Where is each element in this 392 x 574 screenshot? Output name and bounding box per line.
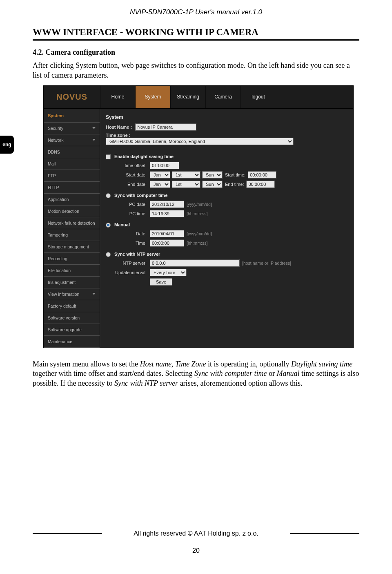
start-weekday-select[interactable]: Sun	[202, 171, 223, 179]
camera-config-screenshot: NOVUS Home System Streaming Camera logou…	[43, 85, 354, 348]
footer: All rights reserved © AAT Holding sp. z …	[33, 530, 359, 537]
manual-date-input[interactable]	[150, 230, 184, 237]
pc-date-input[interactable]	[150, 201, 184, 208]
nav-system[interactable]: System	[135, 86, 170, 108]
sidebar-item-recording[interactable]: Recording	[44, 253, 100, 265]
update-interval-label: Update interval:	[106, 270, 147, 275]
sidebar-item-http[interactable]: HTTP	[44, 182, 100, 194]
chevron-down-icon	[92, 127, 96, 129]
sidebar-item-storage[interactable]: Storage management	[44, 241, 100, 253]
sidebar-item-iris[interactable]: Iris adjustment	[44, 277, 100, 288]
sidebar-item-label: Mail	[48, 161, 56, 166]
sidebar-item-label: DDNS	[48, 150, 60, 154]
sidebar-item-sw-upgrade[interactable]: Software upgrade	[44, 324, 100, 336]
nav-logout[interactable]: logout	[241, 86, 276, 108]
intro-paragraph: After clicking System button, web page s…	[33, 61, 359, 80]
language-tab: eng	[0, 136, 14, 154]
sidebar-item-label: Recording	[48, 256, 67, 261]
sidebar-system-heading[interactable]: System	[44, 109, 100, 123]
nav-streaming[interactable]: Streaming	[170, 86, 205, 108]
start-month-select[interactable]: Jan	[150, 171, 170, 179]
manual-radio[interactable]	[106, 223, 111, 228]
host-name-label: Host Name :	[106, 125, 132, 130]
sidebar-item-factory-default[interactable]: Factory default	[44, 300, 100, 312]
manual-time-input[interactable]	[150, 239, 184, 247]
end-time-input[interactable]	[246, 181, 275, 188]
sidebar-item-maintenance[interactable]: Maintenance	[44, 336, 100, 348]
sidebar-item-label: Software version	[48, 315, 80, 320]
ntp-server-input[interactable]	[150, 259, 240, 267]
footer-text: All rights reserved © AAT Holding sp. z …	[102, 530, 290, 537]
time-format-hint: [hh:mm:ss]	[187, 241, 207, 246]
sidebar-item-motion-detection[interactable]: Motion detection	[44, 205, 100, 217]
manual-time-label: Time:	[106, 241, 147, 246]
start-time-input[interactable]	[248, 171, 276, 179]
sidebar-item-sw-version[interactable]: Software version	[44, 312, 100, 324]
end-time-label: End time:	[225, 182, 244, 187]
dst-label: Enable daylight saving time	[114, 154, 174, 159]
sync-ntp-radio[interactable]	[106, 252, 111, 257]
chevron-down-icon	[92, 293, 96, 295]
running-head: NVIP-5DN7000C-1P User's manual ver.1.0	[33, 8, 359, 16]
timezone-select[interactable]: GMT+00:00 Gambia, Liberia, Morocco, Engl…	[106, 138, 294, 145]
start-day-select[interactable]: 1st	[172, 171, 200, 179]
sidebar-item-file-location[interactable]: File location	[44, 265, 100, 277]
pc-time-input[interactable]	[150, 210, 184, 217]
sidebar-item-mail[interactable]: Mail	[44, 158, 100, 170]
date-format-hint: [yyyy/mm/dd]	[187, 202, 212, 207]
sidebar-item-application[interactable]: Application	[44, 194, 100, 205]
start-time-label: Start time:	[225, 172, 245, 177]
top-navigation: Home System Streaming Camera logout	[100, 86, 276, 108]
sidebar-item-ftp[interactable]: FTP	[44, 170, 100, 182]
pc-date-label: PC date:	[106, 202, 147, 207]
date-format-hint: [yyyy/mm/dd]	[187, 231, 212, 236]
sync-pc-radio[interactable]	[106, 193, 111, 198]
timezone-label: Time zone :	[106, 133, 345, 138]
manual-date-label: Date:	[106, 231, 147, 236]
end-date-label: End date:	[106, 182, 147, 187]
sidebar-item-network[interactable]: Network	[44, 134, 100, 146]
subheading: 4.2. Camera configuration	[33, 48, 359, 57]
time-format-hint: [hh:mm:ss]	[187, 211, 207, 216]
sidebar-item-label: Software upgrade	[48, 327, 82, 332]
offset-label: time offset:	[106, 163, 147, 168]
title-rule	[33, 39, 359, 41]
sidebar-item-network-failure[interactable]: Network failure detection	[44, 217, 100, 229]
update-interval-select[interactable]: Every hour	[150, 269, 187, 276]
sidebar-item-label: Network failure detection	[48, 221, 95, 226]
ntp-hint: [host name or IP address]	[242, 261, 291, 266]
top-bar: NOVUS Home System Streaming Camera logou…	[44, 86, 353, 109]
sidebar-item-label: Maintenance	[48, 339, 72, 344]
section-title: WWW INTERFACE - WORKING WITH IP CAMERA	[33, 27, 359, 38]
pc-time-label: PC time:	[106, 211, 147, 216]
page-number: 20	[0, 547, 392, 554]
sidebar-item-label: Tampering	[48, 232, 68, 237]
manual-label: Manual	[114, 222, 130, 227]
sidebar-item-label: Factory default	[48, 304, 76, 308]
sidebar-item-label: Storage management	[48, 244, 89, 249]
nav-home[interactable]: Home	[100, 86, 135, 108]
sidebar-item-tampering[interactable]: Tampering	[44, 229, 100, 241]
host-name-input[interactable]	[135, 123, 196, 131]
start-date-label: Start date:	[106, 172, 147, 177]
offset-input[interactable]	[150, 162, 179, 169]
save-button[interactable]: Save	[150, 278, 172, 286]
sidebar-item-label: HTTP	[48, 185, 59, 190]
sync-pc-label: Sync with computer time	[114, 193, 167, 198]
nav-camera[interactable]: Camera	[205, 86, 241, 108]
sidebar-item-ddns[interactable]: DDNS	[44, 146, 100, 158]
end-month-select[interactable]: Jan	[150, 181, 170, 188]
sidebar-item-label: Motion detection	[48, 209, 79, 214]
sidebar-item-label: View information	[48, 292, 79, 297]
sidebar-item-view-info[interactable]: View information	[44, 288, 100, 300]
sidebar-item-security[interactable]: Security	[44, 123, 100, 134]
sync-ntp-label: Sync with NTP server	[114, 252, 160, 257]
sidebar-item-label: Iris adjustment	[48, 280, 76, 285]
settings-panel: System Host Name : Time zone : GMT+00:00…	[100, 109, 353, 348]
chevron-down-icon	[92, 139, 96, 141]
sidebar-item-label: File location	[48, 268, 71, 273]
sidebar-item-label: Application	[48, 197, 69, 202]
end-day-select[interactable]: 1st	[172, 181, 200, 188]
dst-checkbox[interactable]	[106, 154, 111, 159]
end-weekday-select[interactable]: Sun	[202, 181, 223, 188]
